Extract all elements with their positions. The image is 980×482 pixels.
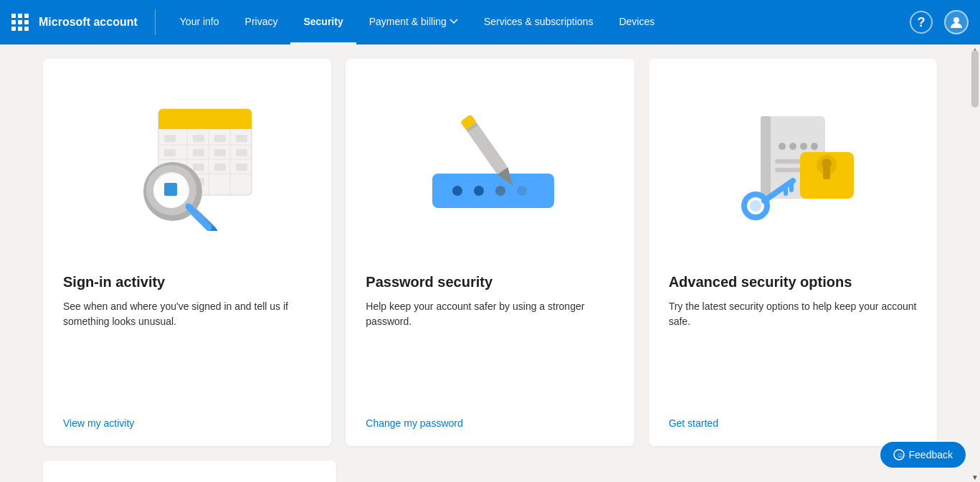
scrollbar-track: ▲ ▼ bbox=[970, 44, 980, 482]
feedback-icon: ☺ bbox=[893, 449, 905, 460]
nav-right: ? bbox=[910, 10, 969, 34]
sign-in-card-desc: See when and where you've signed in and … bbox=[63, 299, 311, 400]
password-security-svg bbox=[411, 88, 569, 231]
svg-rect-20 bbox=[214, 164, 226, 171]
apps-grid-icon[interactable] bbox=[11, 14, 29, 31]
advanced-card-desc: Try the latest security options to help … bbox=[669, 299, 917, 400]
password-card-body: Password security Help keep your account… bbox=[346, 260, 634, 446]
advanced-card-body: Advanced security options Try the latest… bbox=[649, 260, 937, 446]
svg-rect-11 bbox=[193, 135, 204, 142]
svg-point-45 bbox=[800, 143, 807, 150]
nav-security[interactable]: Security bbox=[290, 0, 356, 44]
nav-divider bbox=[155, 9, 156, 35]
feedback-label: Feedback bbox=[909, 449, 953, 460]
svg-rect-15 bbox=[193, 149, 204, 156]
get-started-link[interactable]: Get started bbox=[669, 417, 917, 432]
svg-rect-17 bbox=[214, 149, 226, 156]
svg-point-34 bbox=[474, 186, 484, 196]
sign-in-activity-link[interactable]: View my activity bbox=[63, 417, 311, 432]
sign-in-card-body: Sign-in activity See when and where you'… bbox=[43, 260, 331, 446]
password-card-title: Password security bbox=[366, 274, 614, 290]
main-content: Sign-in activity See when and where you'… bbox=[0, 44, 980, 482]
svg-rect-18 bbox=[236, 149, 247, 156]
svg-rect-10 bbox=[164, 135, 176, 142]
password-security-card: Password security Help keep your account… bbox=[346, 59, 634, 446]
advanced-card-title: Advanced security options bbox=[669, 274, 917, 290]
svg-point-44 bbox=[789, 143, 796, 150]
sign-in-card-title: Sign-in activity bbox=[63, 274, 311, 290]
brand-link[interactable]: Microsoft account bbox=[39, 16, 138, 29]
svg-point-55 bbox=[750, 200, 761, 212]
nav-your-info[interactable]: Your info bbox=[167, 0, 232, 44]
svg-line-30 bbox=[189, 207, 209, 227]
nav-links: Your info Privacy Security Payment & bil… bbox=[167, 0, 910, 44]
svg-text:☺: ☺ bbox=[896, 451, 903, 459]
svg-point-46 bbox=[811, 143, 818, 150]
svg-point-36 bbox=[517, 186, 527, 196]
nav-payment-billing[interactable]: Payment & billing bbox=[356, 0, 471, 44]
svg-point-0 bbox=[953, 17, 959, 23]
svg-point-33 bbox=[452, 186, 462, 196]
feedback-button[interactable]: ☺ Feedback bbox=[880, 442, 966, 468]
svg-rect-21 bbox=[236, 164, 247, 171]
partial-cards-row bbox=[43, 460, 937, 482]
advanced-security-card: Advanced security options Try the latest… bbox=[649, 59, 937, 446]
nav-devices[interactable]: Devices bbox=[606, 0, 667, 44]
cards-row: Sign-in activity See when and where you'… bbox=[43, 59, 937, 446]
nav-services-subscriptions[interactable]: Services & subscriptions bbox=[471, 0, 606, 44]
svg-rect-12 bbox=[214, 135, 226, 142]
svg-point-35 bbox=[495, 186, 505, 196]
svg-rect-42 bbox=[761, 116, 771, 199]
svg-rect-32 bbox=[432, 174, 554, 208]
payment-billing-label: Payment & billing bbox=[369, 16, 447, 27]
svg-rect-14 bbox=[164, 149, 176, 156]
sign-in-activity-card: Sign-in activity See when and where you'… bbox=[43, 59, 331, 446]
advanced-illustration bbox=[649, 59, 937, 260]
svg-point-43 bbox=[779, 143, 786, 150]
chevron-down-icon bbox=[449, 17, 458, 26]
svg-rect-13 bbox=[236, 135, 247, 142]
password-illustration bbox=[346, 59, 634, 260]
navbar: Microsoft account Your info Privacy Secu… bbox=[0, 0, 980, 44]
sign-in-illustration bbox=[43, 59, 331, 260]
nav-privacy[interactable]: Privacy bbox=[232, 0, 291, 44]
change-password-link[interactable]: Change my password bbox=[366, 417, 614, 432]
svg-rect-53 bbox=[824, 166, 829, 175]
svg-rect-31 bbox=[164, 183, 177, 196]
advanced-security-svg bbox=[714, 88, 872, 231]
svg-rect-19 bbox=[193, 164, 204, 171]
help-button[interactable]: ? bbox=[910, 11, 933, 34]
scrollbar-arrow-down[interactable]: ▼ bbox=[970, 472, 980, 482]
user-icon bbox=[949, 15, 964, 29]
scrollbar-thumb[interactable] bbox=[971, 50, 979, 108]
avatar-button[interactable] bbox=[944, 10, 969, 34]
partial-card-1 bbox=[43, 460, 336, 482]
svg-rect-3 bbox=[158, 122, 252, 129]
sign-in-activity-svg bbox=[108, 88, 266, 231]
password-card-desc: Help keep your account safer by using a … bbox=[366, 299, 614, 400]
